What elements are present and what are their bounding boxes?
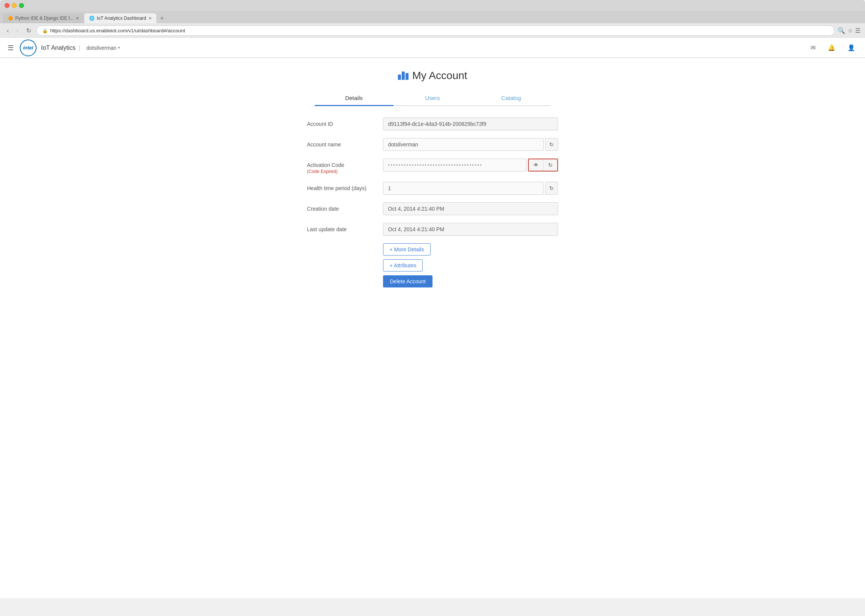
- creation-date-field-wrap: [383, 202, 558, 215]
- attributes-button[interactable]: + Attributes: [383, 259, 423, 271]
- app-title: IoT Analytics |: [41, 44, 82, 51]
- health-period-field-wrap: ↻: [383, 182, 558, 195]
- tab-favicon-iot: 🌐: [89, 16, 94, 21]
- url-text: https://dashboard.us.enableiot.com/v1/ui…: [50, 28, 829, 33]
- app-header: ☰ intel IoT Analytics | dotsilverman ▾ ✉…: [0, 38, 865, 58]
- maximize-button[interactable]: [19, 3, 24, 8]
- new-tab-button[interactable]: +: [157, 13, 167, 23]
- health-period-label: Health time period (days): [307, 182, 383, 191]
- activation-code-refresh-button[interactable]: ↻: [544, 159, 557, 171]
- dropdown-arrow-icon: ▾: [118, 45, 120, 50]
- creation-date-row: Creation date: [307, 202, 558, 215]
- activation-code-show-button[interactable]: 👁: [529, 159, 544, 171]
- browser-tab-python[interactable]: 🔶 Python IDE & Django IDE f... ✕: [3, 13, 84, 23]
- account-id-row: Account ID: [307, 117, 558, 130]
- page-title: My Account: [412, 70, 467, 82]
- account-name-edit-button[interactable]: ↻: [545, 138, 558, 151]
- chart-icon: [398, 71, 409, 80]
- tab-users[interactable]: Users: [393, 91, 472, 106]
- health-period-input[interactable]: [383, 182, 544, 195]
- tab-details[interactable]: Details: [315, 91, 393, 106]
- activation-code-buttons: 👁 ↻: [528, 159, 558, 171]
- form-area: Account ID Account name ↻ Activation Cod…: [307, 117, 558, 287]
- health-period-edit-button[interactable]: ↻: [545, 182, 558, 195]
- tab-label-python: Python IDE & Django IDE f...: [15, 16, 73, 21]
- activation-code-label: Activation Code (Code Expired): [307, 159, 383, 174]
- search-icon[interactable]: 🔍: [838, 27, 845, 34]
- last-update-input: [383, 223, 558, 236]
- bookmark-icon[interactable]: ☆: [848, 27, 853, 34]
- minimize-button[interactable]: [12, 3, 17, 8]
- intel-logo: intel: [20, 40, 37, 56]
- user-dropdown[interactable]: dotsilverman ▾: [86, 45, 120, 51]
- activation-code-field-wrap: 👁 ↻: [383, 159, 558, 171]
- user-profile-button[interactable]: 👤: [844, 42, 859, 54]
- page-title-area: My Account: [8, 70, 857, 82]
- close-button[interactable]: [5, 3, 10, 8]
- tab-catalog[interactable]: Catalog: [472, 91, 550, 106]
- activation-code-input[interactable]: [383, 159, 526, 171]
- more-details-button[interactable]: + More Details: [383, 243, 431, 256]
- account-id-input: [383, 117, 558, 130]
- last-update-field-wrap: [383, 223, 558, 236]
- account-name-label: Account name: [307, 138, 383, 148]
- code-expired-badge: (Code Expired): [307, 169, 383, 174]
- page-content: My Account Details Users Catalog Account…: [0, 58, 865, 598]
- last-update-row: Last update date: [307, 223, 558, 236]
- notification-button[interactable]: 🔔: [824, 42, 839, 54]
- tab-label-iot: IoT Analytics Dashboard: [97, 16, 146, 21]
- account-name-field-wrap: ↻: [383, 138, 558, 151]
- refresh-button[interactable]: ↻: [24, 26, 33, 35]
- browser-tab-iot[interactable]: 🌐 IoT Analytics Dashboard ✕: [84, 13, 156, 23]
- tab-favicon-python: 🔶: [8, 16, 13, 21]
- activation-code-row: Activation Code (Code Expired) 👁 ↻: [307, 159, 558, 174]
- url-bar[interactable]: 🔒 https://dashboard.us.enableiot.com/v1/…: [37, 25, 835, 36]
- creation-date-input: [383, 202, 558, 215]
- tab-close-python[interactable]: ✕: [76, 16, 79, 21]
- last-update-label: Last update date: [307, 223, 383, 232]
- creation-date-label: Creation date: [307, 202, 383, 212]
- account-id-label: Account ID: [307, 117, 383, 127]
- menu-icon[interactable]: ☰: [855, 27, 860, 34]
- hamburger-button[interactable]: ☰: [6, 42, 15, 54]
- ssl-lock-icon: 🔒: [42, 28, 48, 33]
- forward-button[interactable]: ›: [14, 27, 21, 35]
- account-id-field-wrap: [383, 117, 558, 130]
- back-button[interactable]: ‹: [5, 27, 11, 35]
- account-tabs: Details Users Catalog: [315, 91, 550, 106]
- health-period-row: Health time period (days) ↻: [307, 182, 558, 195]
- action-buttons: + More Details + Attributes Delete Accou…: [383, 243, 558, 287]
- mail-button[interactable]: ✉: [807, 42, 819, 54]
- tab-close-iot[interactable]: ✕: [148, 16, 152, 21]
- delete-account-button[interactable]: Delete Account: [383, 275, 432, 287]
- account-name-input[interactable]: [383, 138, 544, 151]
- username-label: dotsilverman: [86, 45, 116, 51]
- account-name-row: Account name ↻: [307, 138, 558, 151]
